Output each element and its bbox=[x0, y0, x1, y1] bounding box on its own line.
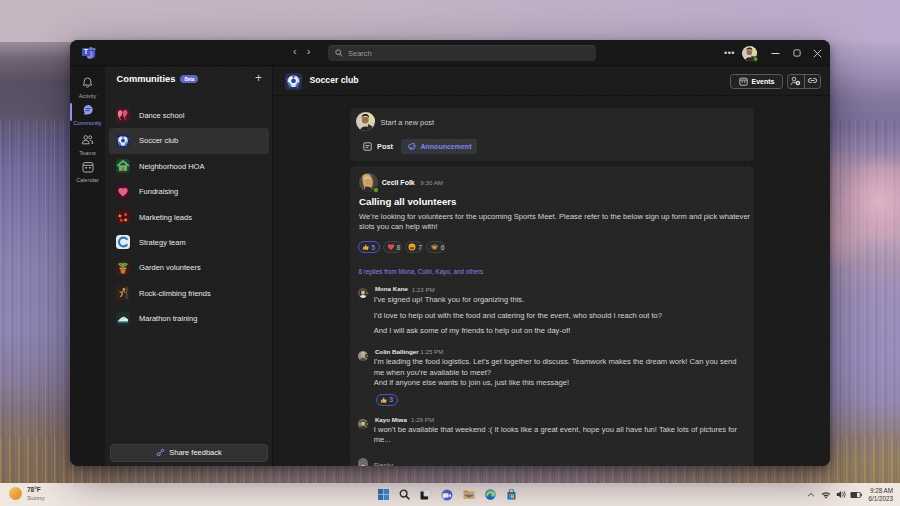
svg-text:T: T bbox=[84, 48, 88, 55]
